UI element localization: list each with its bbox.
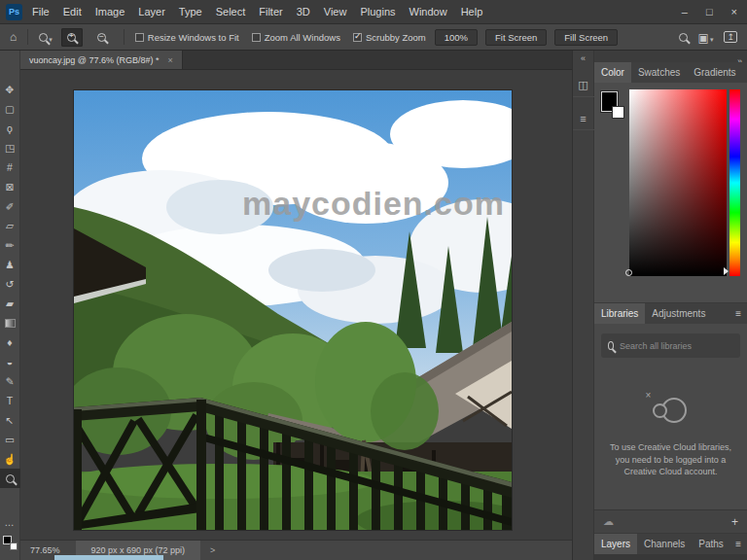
foreground-background-swatches[interactable] — [3, 536, 18, 550]
menu-item[interactable]: Select — [216, 6, 246, 18]
zoom-tool[interactable] — [0, 469, 20, 488]
tab-gradients[interactable]: Gradients — [687, 62, 742, 83]
photoshop-logo-icon: Ps — [6, 4, 22, 20]
share-icon[interactable]: ↥ — [724, 31, 737, 43]
menu-item[interactable]: Plugins — [360, 6, 395, 18]
menu-item[interactable]: Window — [409, 6, 447, 18]
creative-cloud-icon: × — [649, 395, 694, 426]
color-field-marker[interactable] — [625, 269, 632, 276]
maximize-button[interactable]: □ — [706, 6, 713, 18]
hue-slider-marker[interactable] — [724, 267, 729, 275]
crop-tool[interactable]: # — [0, 158, 20, 177]
cloud-sync-icon[interactable]: ☁ — [603, 515, 614, 528]
status-options-chevron-icon[interactable]: > — [210, 545, 215, 555]
hand-tool[interactable]: ☝ — [0, 449, 20, 469]
tab-color[interactable]: Color — [594, 62, 631, 83]
menu-item[interactable]: Image — [95, 6, 125, 18]
search-icon[interactable] — [679, 33, 688, 42]
tab-patterns[interactable]: Patterns — [743, 62, 747, 83]
path-selection-tool[interactable]: ↖ — [0, 410, 20, 430]
tab-paths[interactable]: Paths — [692, 534, 730, 554]
tool-icon — [5, 319, 16, 328]
minimize-button[interactable]: – — [682, 6, 688, 18]
move-tool[interactable]: ✥ — [0, 80, 20, 99]
type-tool[interactable]: T — [0, 391, 20, 410]
library-search-box[interactable] — [601, 333, 740, 358]
scrubby-zoom-checkbox[interactable]: Scrubby Zoom — [353, 32, 426, 43]
tab-adjustments[interactable]: Adjustments — [645, 303, 712, 324]
chevron-down-icon: ▾ — [49, 36, 53, 43]
color-field[interactable] — [629, 89, 727, 276]
menu-item[interactable]: 3D — [297, 6, 310, 18]
menu-list: FileEditImageLayerTypeSelectFilter3DView… — [32, 6, 482, 18]
photoshop-window: Ps FileEditImageLayerTypeSelectFilter3DV… — [0, 0, 747, 560]
add-icon[interactable]: + — [731, 515, 738, 529]
blur-tool[interactable]: ♦ — [0, 332, 20, 352]
document-tab[interactable]: vuoncay.jpg @ 77.6% (RGB/8#) * × — [20, 51, 183, 69]
panel-bottom-strip — [594, 554, 747, 560]
canvas-photo[interactable] — [74, 90, 512, 530]
chevron-down-icon: ▾ — [710, 36, 714, 43]
zoom-out-button[interactable]: – — [91, 28, 113, 47]
menu-item[interactable]: File — [32, 6, 50, 18]
status-zoom-level[interactable]: 77.65% — [30, 545, 60, 555]
panel-menu-icon[interactable]: ≡ — [735, 534, 747, 554]
resize-windows-to-fit-checkbox[interactable]: Resize Windows to Fit — [135, 32, 239, 43]
tab-channels[interactable]: Channels — [637, 534, 692, 554]
clone-stamp-tool[interactable]: ♟ — [0, 255, 20, 274]
edit-toolbar-icon[interactable]: … — [5, 517, 16, 528]
pen-tool[interactable]: ✎ — [0, 371, 20, 391]
marquee-tool[interactable]: ▢ — [0, 99, 20, 119]
expand-panels-icon[interactable]: « — [581, 52, 586, 64]
tab-swatches[interactable]: Swatches — [631, 62, 687, 83]
divider — [27, 29, 28, 45]
tool-icon: ◒ — [7, 356, 13, 368]
zoom-all-windows-checkbox[interactable]: Zoom All Windows — [252, 32, 340, 43]
healing-brush-tool[interactable]: ▱ — [0, 216, 20, 235]
search-icon — [608, 341, 614, 350]
hue-slider[interactable] — [729, 89, 740, 276]
status-bar: 77.65% 920 px x 690 px (72 ppi) > — [20, 540, 572, 560]
document-tab-title: vuoncay.jpg @ 77.6% (RGB/8#) * — [29, 55, 160, 65]
tool-icon: ↖ — [6, 414, 15, 426]
panel-menu-icon[interactable]: ≡ — [735, 303, 747, 324]
zoom-in-button[interactable]: + — [61, 28, 83, 47]
foreground-background-swatches[interactable] — [601, 91, 632, 126]
lasso-tool[interactable]: ϙ — [0, 119, 20, 138]
tab-libraries[interactable]: Libraries — [594, 303, 645, 324]
tool-icon: ▭ — [5, 434, 15, 445]
library-search-input[interactable] — [620, 341, 733, 351]
properties-panel-icon[interactable]: ≡ — [573, 107, 594, 130]
zoom-tool-icon[interactable]: ▾ — [39, 28, 53, 46]
canvas-pasteboard[interactable]: maycodien.com — [20, 70, 572, 540]
background-color-swatch[interactable] — [612, 106, 624, 119]
shape-tool[interactable]: ▭ — [0, 430, 20, 449]
history-brush-tool[interactable]: ↺ — [0, 274, 20, 294]
menu-item[interactable]: Filter — [259, 6, 282, 18]
tab-layers[interactable]: Layers — [594, 534, 637, 554]
menu-item[interactable]: Type — [179, 6, 202, 18]
object-selection-tool[interactable]: ◳ — [0, 138, 20, 158]
menu-item[interactable]: Layer — [138, 6, 165, 18]
dodge-tool[interactable]: ◒ — [0, 352, 20, 371]
background-color-swatch[interactable] — [10, 542, 18, 550]
gradient-tool[interactable] — [0, 313, 20, 332]
zoom-100-button[interactable]: 100% — [435, 29, 478, 46]
frame-tool[interactable]: ⊠ — [0, 177, 20, 196]
fill-screen-button[interactable]: Fill Screen — [554, 29, 618, 46]
history-panel-icon[interactable]: ◫ — [573, 74, 594, 97]
watermark-text: maycodien.com — [242, 185, 505, 223]
eyedropper-tool[interactable]: ✐ — [0, 196, 20, 216]
close-button[interactable]: × — [731, 6, 737, 18]
options-bar-right: ▣▾ ↥ — [679, 28, 737, 46]
menu-item[interactable]: Edit — [63, 6, 82, 18]
eraser-tool[interactable]: ▰ — [0, 294, 20, 313]
menu-item[interactable]: View — [324, 6, 347, 18]
checkbox-label: Scrubby Zoom — [366, 32, 426, 43]
brush-tool[interactable]: ✏ — [0, 235, 20, 255]
fit-screen-button[interactable]: Fit Screen — [485, 29, 547, 46]
close-tab-icon[interactable]: × — [168, 55, 173, 65]
menu-item[interactable]: Help — [461, 6, 483, 18]
home-icon[interactable]: ⌂ — [10, 31, 17, 43]
workspace-switcher[interactable]: ▣▾ — [698, 28, 714, 46]
